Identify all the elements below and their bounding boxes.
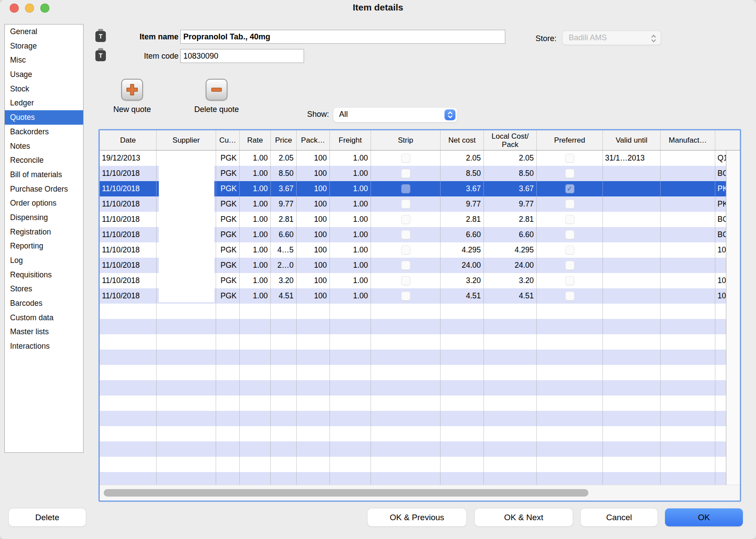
preferred-checkbox[interactable] [565,215,574,224]
cell-net_cost: 6.60 [441,227,484,242]
column-header-freight[interactable]: Freight [330,130,371,150]
cell-manu_header [661,411,715,426]
cell-local_cost [484,350,537,365]
preferred-checkbox[interactable] [565,245,574,255]
strip-checkbox[interactable] [401,245,410,255]
preferred-checkbox[interactable] [565,261,574,270]
sidebar-item-stores[interactable]: Stores [5,282,83,296]
cell-preferred [537,242,603,258]
horizontal-scrollbar-thumb[interactable] [104,489,588,497]
column-header-supplier[interactable]: Supplier [157,130,216,150]
sidebar-item-barcodes[interactable]: Barcodes [5,296,83,311]
cell-net_cost [441,426,484,441]
horizontal-scrollbar-track[interactable] [100,485,740,500]
column-header-strip[interactable]: Strip [371,130,441,150]
column-header-local_cost[interactable]: Local Cost/ Pack [484,130,537,150]
cell-strip [371,441,441,457]
column-header-date[interactable]: Date [100,130,157,150]
strip-checkbox[interactable] [401,230,410,239]
item-code-input[interactable] [180,49,304,63]
preferred-checkbox[interactable] [565,230,574,239]
sidebar-item-stock[interactable]: Stock [5,82,83,96]
sidebar-item-usage[interactable]: Usage [5,67,83,82]
strip-checkbox[interactable] [401,154,410,163]
strip-checkbox[interactable] [401,261,410,270]
cell-price: 3.20 [271,273,297,288]
strip-checkbox[interactable] [401,184,410,193]
column-header-price[interactable]: Price [271,130,297,150]
cell-date [100,396,157,411]
title-bar: Item details [0,0,756,18]
show-select[interactable]: All [333,108,457,122]
sidebar-item-storage[interactable]: Storage [5,39,83,53]
item-code-lock-icon[interactable]: T [95,48,106,61]
column-header-rate[interactable]: Rate [240,130,271,150]
ok-button[interactable]: OK [665,508,743,526]
cell-valid_until [603,396,661,411]
cell-local_cost: 2.05 [484,150,537,166]
sidebar-item-order-options[interactable]: Order options [5,196,83,210]
preferred-checkbox[interactable] [565,276,574,285]
cell-price: 6.60 [271,227,297,242]
cell-manufacturer [715,365,726,380]
column-header-valid_until[interactable]: Valid until [603,130,661,150]
strip-checkbox[interactable] [401,215,410,224]
preferred-checkbox[interactable] [565,200,574,209]
sidebar-item-interactions[interactable]: Interactions [5,339,83,354]
cell-rate [240,472,271,485]
store-select[interactable]: Badili AMS [562,31,661,45]
preferred-checkbox[interactable]: ✓ [565,184,574,193]
table-row-empty [100,380,726,396]
cell-preferred: ✓ [537,181,603,196]
sidebar-item-requisitions[interactable]: Requisitions [5,268,83,282]
sidebar-item-backorders[interactable]: Backorders [5,125,83,139]
strip-checkbox[interactable] [401,276,410,285]
cell-preferred [537,288,603,304]
column-header-preferred[interactable]: Preferred [537,130,603,150]
ok-next-button[interactable]: OK & Next [475,508,573,526]
table-header-row: DateSupplierCu…RatePricePack…FreightStri… [100,130,740,150]
delete-button[interactable]: Delete [9,508,86,526]
cell-valid_until [603,242,661,258]
sidebar-item-notes[interactable]: Notes [5,139,83,154]
sidebar-item-dispensing[interactable]: Dispensing [5,210,83,225]
item-details-window: Item details GeneralStorageMiscUsageStoc… [0,0,756,539]
preferred-checkbox[interactable] [565,154,574,163]
cell-rate [240,457,271,472]
sidebar-item-ledger[interactable]: Ledger [5,96,83,110]
cell-freight: 1.00 [330,181,371,196]
cell-valid_until [603,212,661,227]
column-header-currency[interactable]: Cu… [216,130,240,150]
sidebar-item-reconcile[interactable]: Reconcile [5,153,83,168]
cell-freight [330,411,371,426]
sidebar-item-reporting[interactable]: Reporting [5,239,83,253]
strip-checkbox[interactable] [401,291,410,301]
item-name-input[interactable] [180,30,505,44]
column-header-manufacturer[interactable] [715,130,726,150]
strip-checkbox[interactable] [401,169,410,178]
column-header-manu_header[interactable]: Manufact… [661,130,715,150]
vertical-scrollbar-track[interactable] [726,150,740,485]
sidebar-item-bill-of-materials[interactable]: Bill of materials [5,168,83,182]
sidebar-item-custom-data[interactable]: Custom data [5,311,83,325]
preferred-checkbox[interactable] [565,291,574,301]
sidebar-item-log[interactable]: Log [5,253,83,268]
cell-net_cost [441,380,484,396]
sidebar-item-general[interactable]: General [5,24,83,39]
cancel-button[interactable]: Cancel [581,508,658,526]
cell-rate [240,365,271,380]
sidebar-item-quotes[interactable]: Quotes [5,110,83,125]
sidebar-item-registration[interactable]: Registration [5,225,83,239]
preferred-checkbox[interactable] [565,169,574,178]
item-name-lock-icon[interactable]: T [95,29,106,42]
strip-checkbox[interactable] [401,200,410,209]
sidebar-item-purchase-orders[interactable]: Purchase Orders [5,182,83,196]
ok-previous-button[interactable]: OK & Previous [368,508,466,526]
cell-local_cost [484,426,537,441]
column-header-net_cost[interactable]: Net cost [441,130,484,150]
cell-local_cost [484,457,537,472]
sidebar-item-misc[interactable]: Misc [5,53,83,67]
cell-preferred [537,304,603,319]
column-header-pack[interactable]: Pack… [297,130,330,150]
sidebar-item-master-lists[interactable]: Master lists [5,325,83,339]
